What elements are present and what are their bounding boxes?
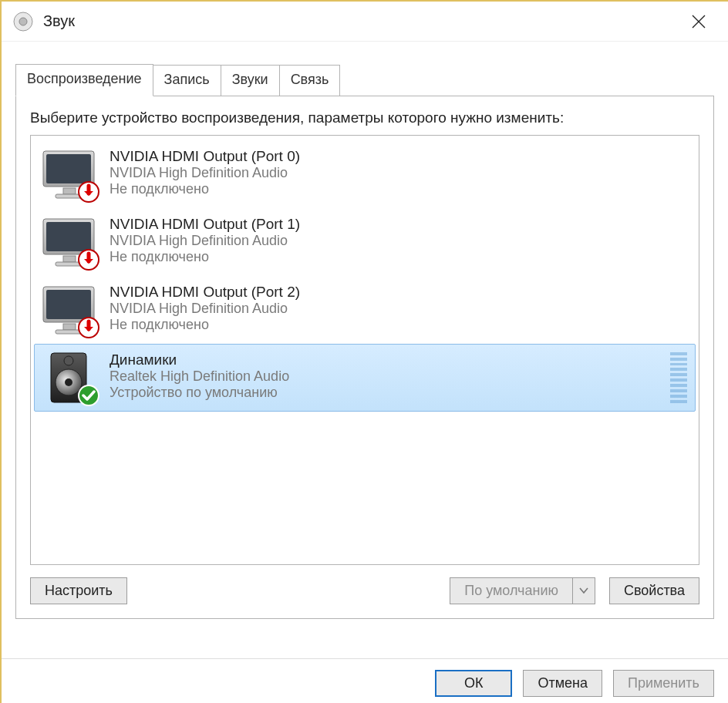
monitor-icon [40,282,99,338]
down-arrow-badge-icon [77,180,100,204]
tab-2[interactable]: Звуки [221,65,280,96]
device-driver: NVIDIA High Definition Audio [110,233,300,249]
down-arrow-badge-icon [77,248,100,271]
window-title: Звук [43,12,677,30]
instructions-text: Выберите устройство воспроизведения, пар… [30,109,699,127]
device-driver: NVIDIA High Definition Audio [110,301,300,317]
device-row[interactable]: ДинамикиRealtek High Definition AudioУст… [34,344,696,412]
device-row[interactable]: NVIDIA HDMI Output (Port 2)NVIDIA High D… [34,276,696,344]
device-status: Устройство по умолчанию [110,385,289,401]
level-meter [670,352,687,403]
device-driver: Realtek High Definition Audio [110,368,289,385]
close-icon [691,14,706,29]
apply-button[interactable]: Применить [613,670,714,697]
device-status: Не подключено [110,249,300,265]
device-status: Не подключено [110,181,300,197]
device-name: NVIDIA HDMI Output (Port 0) [110,148,300,165]
device-status: Не подключено [110,317,300,333]
dialog-button-row: ОК Отмена Применить [2,658,728,703]
device-list[interactable]: NVIDIA HDMI Output (Port 0)NVIDIA High D… [30,135,699,565]
device-row[interactable]: NVIDIA HDMI Output (Port 0)NVIDIA High D… [34,140,696,208]
device-row[interactable]: NVIDIA HDMI Output (Port 1)NVIDIA High D… [34,208,696,276]
device-name: NVIDIA HDMI Output (Port 1) [110,216,300,233]
configure-button[interactable]: Настроить [30,577,127,604]
panel-bottom-row: Настроить По умолчанию Свойства [30,577,699,604]
monitor-icon [40,214,99,270]
tab-panel-playback: Выберите устройство воспроизведения, пар… [15,96,714,619]
device-name: NVIDIA HDMI Output (Port 2) [110,284,300,301]
set-default-button[interactable]: По умолчанию [450,577,572,604]
close-button[interactable] [677,6,720,37]
device-driver: NVIDIA High Definition Audio [110,165,300,181]
device-name: Динамики [110,352,289,368]
tab-0[interactable]: Воспроизведение [15,64,153,96]
monitor-icon [40,146,99,202]
tab-1[interactable]: Запись [153,65,221,96]
app-icon [12,11,34,32]
titlebar: Звук [2,2,728,42]
set-default-dropdown[interactable]: По умолчанию [450,577,595,604]
properties-button[interactable]: Свойства [609,577,699,604]
chevron-down-icon [579,586,588,595]
sound-dialog: Звук ВоспроизведениеЗаписьЗвукиСвязь Выб… [2,2,728,703]
check-badge-icon [77,384,100,407]
speaker-icon [40,350,99,405]
ok-button[interactable]: ОК [435,670,513,697]
set-default-arrow[interactable] [572,577,595,604]
down-arrow-badge-icon [77,316,100,339]
tabstrip: ВоспроизведениеЗаписьЗвукиСвязь [15,63,714,96]
cancel-button[interactable]: Отмена [523,670,602,697]
tab-3[interactable]: Связь [279,65,341,96]
